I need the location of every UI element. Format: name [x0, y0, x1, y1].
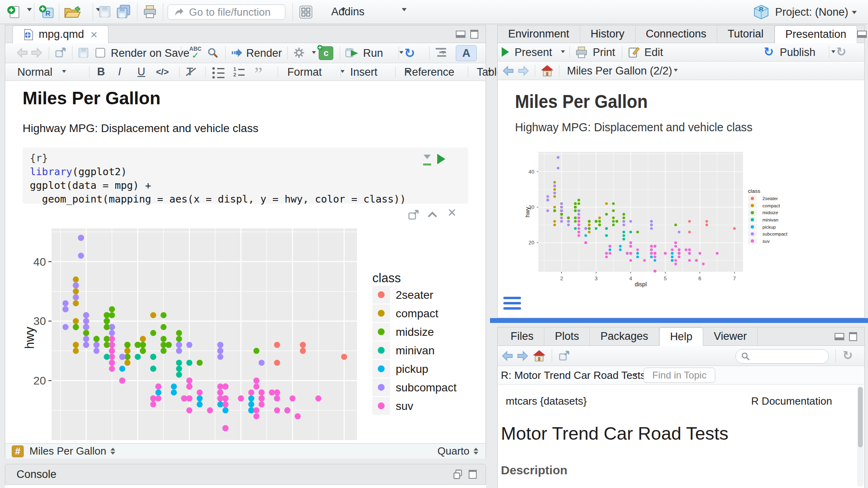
console-pane-header[interactable]: Console [5, 464, 486, 485]
present-button[interactable]: Present [515, 46, 552, 59]
underline-button[interactable]: U [137, 66, 145, 78]
paragraph-style-menu[interactable]: Normal [17, 66, 52, 79]
insert-chunk-button[interactable]: c [319, 46, 333, 60]
numbered-list-icon[interactable]: 1 2 [233, 66, 245, 78]
maximize-pane-icon[interactable] [849, 332, 857, 341]
console-restore-icon[interactable] [453, 469, 464, 480]
run-button[interactable]: Run [363, 47, 383, 60]
tab-tutorial[interactable]: Tutorial [717, 25, 775, 43]
rerun-icon[interactable]: ↻ [404, 45, 415, 61]
publish-caret[interactable] [831, 50, 835, 55]
refresh-icon[interactable]: ↻ [836, 45, 846, 59]
panes-layout-button[interactable] [299, 5, 313, 19]
find-in-topic-input[interactable] [648, 370, 711, 381]
addins-menu[interactable]: Addins [331, 6, 365, 18]
tab-close-icon[interactable]: × [91, 29, 98, 40]
minimize-pane-icon[interactable] [456, 31, 465, 38]
tab-mpg-qmd[interactable]: mpg.qmd × [12, 25, 108, 43]
render-options-caret[interactable] [312, 51, 316, 56]
save-button-disabled[interactable] [98, 5, 111, 18]
save-icon[interactable] [78, 47, 89, 60]
help-home-icon[interactable] [532, 349, 546, 364]
code-chunk[interactable]: {r} library(ggplot2)ggplot(data = mpg) +… [23, 147, 468, 204]
format-menu-caret[interactable] [341, 70, 345, 75]
console-maximize-icon[interactable] [469, 470, 477, 479]
format-menu[interactable]: Format [287, 66, 322, 79]
publish-button[interactable]: Publish [780, 46, 816, 59]
new-file-caret[interactable] [27, 8, 32, 14]
save-all-button[interactable] [116, 4, 131, 19]
minimize-pane-icon[interactable] [835, 333, 844, 340]
help-search-input[interactable] [754, 350, 824, 363]
print-button[interactable]: Print [593, 46, 615, 59]
tab-help[interactable]: Help [659, 327, 704, 346]
slide-preview[interactable]: Miles Per Gallon Highway MPG: Displaceme… [498, 80, 864, 318]
goto-file-input[interactable] [189, 6, 279, 19]
new-file-button[interactable] [6, 5, 21, 19]
document-canvas[interactable]: Miles Per Gallon Highway MPG: Displaceme… [5, 81, 486, 443]
help-scrollbar[interactable] [857, 386, 864, 487]
tab-viewer[interactable]: Viewer [703, 327, 758, 345]
clear-format-icon[interactable]: T [187, 66, 193, 78]
render-on-save-checkbox[interactable] [96, 48, 105, 58]
gear-icon[interactable] [293, 47, 305, 60]
output-popout-icon[interactable] [407, 209, 419, 223]
bullet-list-icon[interactable] [212, 67, 224, 79]
present-caret[interactable] [561, 50, 565, 55]
doc-mode-selector[interactable]: Quarto [438, 445, 470, 457]
minimize-pane-icon[interactable] [857, 31, 867, 38]
reference-menu[interactable]: Reference [404, 66, 455, 79]
run-chunk-icon[interactable] [437, 154, 451, 164]
render-on-save-label[interactable]: Render on Save [111, 47, 189, 60]
run-chunks-above-icon[interactable] [423, 155, 431, 165]
italic-button[interactable]: I [118, 66, 121, 78]
open-file-button[interactable] [64, 5, 81, 19]
goto-file-search[interactable] [168, 4, 285, 20]
find-in-topic-box[interactable] [644, 368, 715, 383]
new-project-button[interactable]: R [39, 5, 54, 19]
tab-packages[interactable]: Packages [590, 327, 659, 345]
tab-connections[interactable]: Connections [635, 25, 717, 43]
slide-selector[interactable]: Miles Per Gallon (2/2) [567, 65, 672, 77]
tab-files[interactable]: Files [500, 327, 544, 345]
project-menu[interactable]: R Project: (None) [753, 4, 857, 20]
help-topic-selector[interactable]: R: Motor Trend Car Road Tests [501, 369, 646, 382]
section-selector-arrows-icon[interactable] [110, 445, 115, 457]
pane-splitter[interactable] [490, 318, 868, 323]
slide-forward-icon[interactable] [517, 64, 530, 79]
slide-menu-icon[interactable] [503, 297, 521, 310]
tab-history[interactable]: History [580, 25, 635, 43]
find-replace-icon[interactable] [207, 47, 219, 60]
nav-forward-icon[interactable] [30, 46, 43, 61]
code-format-button[interactable]: </> [156, 67, 169, 77]
slide-selector-caret[interactable] [674, 69, 678, 74]
help-popout-icon[interactable] [558, 350, 570, 364]
insert-menu[interactable]: Insert [350, 66, 378, 79]
edit-button[interactable]: Edit [644, 46, 663, 59]
tab-environment[interactable]: Environment [498, 25, 580, 43]
tab-presentation[interactable]: Presentation [775, 25, 858, 43]
section-selector[interactable]: Miles Per Gallon [29, 445, 106, 457]
visual-editor-toggle[interactable]: A [456, 45, 477, 61]
help-refresh-icon[interactable]: ↻ [843, 348, 853, 362]
outline-toggle-icon[interactable] [436, 48, 446, 57]
render-icon[interactable] [231, 47, 243, 60]
help-content[interactable]: mtcars {datasets} R Documentation Motor … [498, 385, 864, 488]
bold-button[interactable]: B [97, 66, 105, 78]
run-caret[interactable] [399, 51, 403, 56]
help-forward-icon[interactable] [516, 349, 529, 364]
addins-caret[interactable] [402, 8, 407, 14]
nav-back-icon[interactable] [16, 46, 29, 61]
output-collapse-icon[interactable] [428, 212, 437, 221]
doc-mode-arrows-icon[interactable] [473, 445, 478, 457]
tab-plots[interactable]: Plots [544, 327, 590, 345]
slide-back-icon[interactable] [502, 64, 515, 79]
popout-window-icon[interactable] [54, 47, 66, 60]
help-back-icon[interactable] [501, 349, 514, 364]
help-topic-caret[interactable] [633, 373, 638, 378]
maximize-pane-icon[interactable] [470, 30, 478, 39]
output-close-icon[interactable]: × [448, 207, 456, 218]
help-search[interactable] [735, 349, 829, 364]
paragraph-style-caret[interactable] [62, 70, 66, 75]
render-button[interactable]: Render [246, 47, 282, 60]
